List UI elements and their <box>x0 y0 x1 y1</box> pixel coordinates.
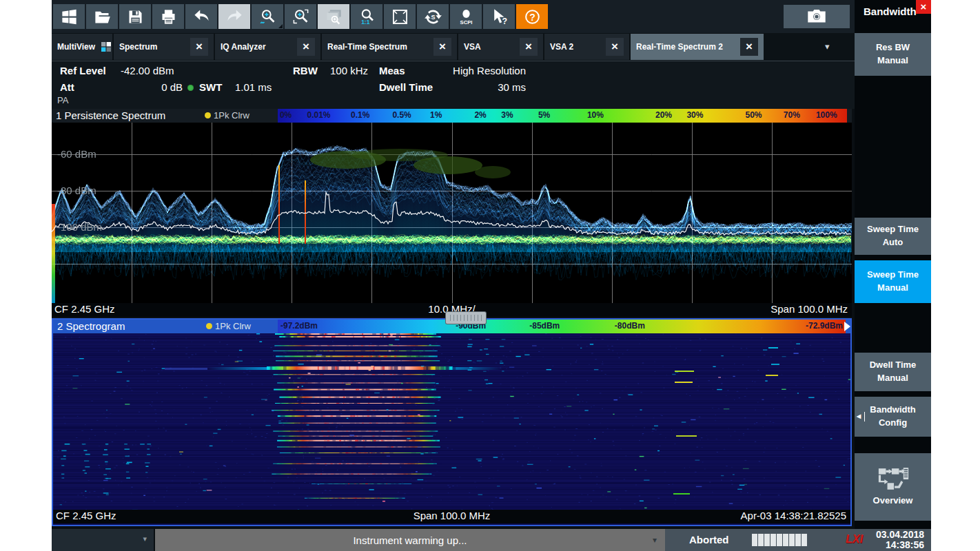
dropdown-caret-icon: ▾ <box>143 534 147 543</box>
status-selector-dropdown[interactable]: ▾ <box>52 529 154 551</box>
softkey-label: Bandwidth Config <box>870 404 915 430</box>
tab-close-button[interactable]: × <box>520 38 538 56</box>
trace-legend-label: 1Pk Clrw <box>215 321 251 331</box>
tab-close-button[interactable]: × <box>606 38 624 56</box>
pa-indicator: PA <box>57 95 68 105</box>
scale-tick-label: 20% <box>655 110 672 120</box>
softkey-bandwidth-config[interactable]: Bandwidth Config <box>855 397 931 437</box>
dwell-time-value[interactable]: 30 ms <box>410 81 526 93</box>
tab-close-button[interactable]: × <box>297 38 315 56</box>
help-button[interactable]: ? <box>516 4 548 29</box>
tab-spectrum[interactable]: Spectrum× <box>114 34 214 60</box>
span-value[interactable]: Span 100.0 MHz <box>414 510 491 521</box>
status-message-bar[interactable]: Instrument warming up... ▾ <box>155 529 665 551</box>
y-axis-label: -100 dBm <box>57 221 102 233</box>
zoom-1to1-button[interactable]: 1:1 <box>351 4 382 29</box>
rbw-label: RBW <box>293 65 318 76</box>
windows-logo-button[interactable] <box>53 4 85 29</box>
span-value[interactable]: Span 100.0 MHz <box>770 303 848 315</box>
save-file-button[interactable] <box>119 4 151 29</box>
persistence-window-titlebar[interactable]: 1 Persistence Spectrum 1Pk Clrw 0%0.01%0… <box>52 109 852 123</box>
tab-multiview[interactable]: MultiView <box>52 34 112 60</box>
progress-segment <box>752 534 757 546</box>
tab-vsa-2[interactable]: VSA 2× <box>544 34 629 60</box>
progress-segment <box>770 534 776 546</box>
spectrogram-color-scale: -97.2dBm-90dBm-85dBm-80dBm-72.9dBm <box>278 320 846 333</box>
undo-button[interactable] <box>185 4 217 29</box>
tab-label: MultiView <box>57 42 95 52</box>
trace-legend[interactable]: 1Pk Clrw <box>206 321 251 331</box>
scale-tick-label: 70% <box>784 110 800 120</box>
zoom-selection-button[interactable] <box>285 4 316 29</box>
progress-segment <box>777 534 782 546</box>
softkey-res-bw-manual[interactable]: Res BW Manual <box>855 33 931 76</box>
collapse-arrow-icon <box>857 412 865 422</box>
trace-legend[interactable]: 1Pk Clrw <box>205 110 249 121</box>
y-axis-label: -80 dBm <box>57 185 96 196</box>
spectrogram-window: 2 Spectrogram 1Pk Clrw -97.2dBm-90dBm-85… <box>52 318 852 526</box>
spectrogram-plot <box>53 333 850 510</box>
tab-close-button[interactable]: × <box>740 38 758 56</box>
scale-tick-label: 1% <box>430 110 442 120</box>
progress-indicator <box>752 534 807 546</box>
zoom-trace-button[interactable] <box>252 4 283 29</box>
scale-end-marker-icon <box>844 322 850 331</box>
progress-segment <box>764 534 770 546</box>
softkey-sweep-time-auto[interactable]: Sweep Time Auto <box>855 218 931 255</box>
open-file-button[interactable] <box>86 4 118 29</box>
instrument-screen: 1:1SSCPI?? ▾ MultiViewSpectrum×IQ Analyz… <box>52 0 931 551</box>
close-panel-button[interactable]: × <box>916 0 931 14</box>
scale-tick-label: 0.01% <box>307 110 330 120</box>
toolbar: 1:1SSCPI?? <box>52 0 855 33</box>
scale-tick-label: -85dBm <box>529 321 560 331</box>
center-frequency-value[interactable]: CF 2.45 GHz <box>54 303 115 315</box>
dropdown-corner-icon <box>278 24 283 28</box>
tab-real-time-spectrum-2[interactable]: Real-Time Spectrum 2× <box>631 34 764 60</box>
svg-text:?: ? <box>529 11 535 22</box>
multiview-grid-icon <box>101 41 112 52</box>
tab-vsa[interactable]: VSA× <box>458 34 543 60</box>
screenshot-camera-button[interactable] <box>784 5 850 28</box>
persistence-spectrum-canvas[interactable] <box>52 123 852 303</box>
svg-text:S: S <box>431 13 435 20</box>
softkey-overview[interactable]: Overview <box>855 453 931 521</box>
tab-overflow-arrow-icon[interactable]: ▾ <box>825 41 830 52</box>
progress-segment <box>795 534 801 546</box>
sync-sweep-button[interactable]: S <box>417 4 449 29</box>
att-label: Att <box>60 81 74 93</box>
spectrogram-canvas[interactable] <box>53 333 850 510</box>
split-layout-button[interactable] <box>384 4 416 29</box>
tab-close-button[interactable]: × <box>433 38 451 56</box>
trace-dot-icon <box>205 112 211 118</box>
sweep-state-label: Aborted <box>689 534 729 545</box>
meas-value[interactable]: High Resolution <box>410 65 526 76</box>
redo-button[interactable] <box>218 4 250 29</box>
print-button[interactable] <box>152 4 184 29</box>
softkey-sweep-time-manual[interactable]: Sweep Time Manual <box>855 260 931 303</box>
scale-tick-label: 2% <box>474 110 486 120</box>
att-value[interactable]: 0 dB <box>114 81 183 93</box>
rbw-value[interactable]: 100 kHz <box>330 65 368 76</box>
spectrogram-footer: CF 2.45 GHz Span 100.0 MHz Apr-03 14:38:… <box>53 510 850 523</box>
status-message: Instrument warming up... <box>353 534 467 546</box>
svg-text:1:1: 1:1 <box>361 19 369 25</box>
scale-tick-label: 3% <box>501 110 513 120</box>
tab-close-button[interactable]: × <box>190 38 208 56</box>
context-help-button[interactable]: ? <box>483 4 515 29</box>
date-time-display: 03.04.2018 14:38:56 <box>876 530 924 550</box>
swt-value[interactable]: 1.01 ms <box>235 81 272 93</box>
softkey-dwell-time-manual[interactable]: Dwell Time Manual <box>855 353 931 391</box>
tab-real-time-spectrum[interactable]: Real-Time Spectrum× <box>322 34 457 60</box>
measurement-settings-bar: Ref Level -42.00 dBm RBW 100 kHz Meas Hi… <box>52 61 855 109</box>
tab-iq-analyzer[interactable]: IQ Analyzer× <box>215 34 320 60</box>
persistence-color-scale: 0%0.01%0.1%0.5%1%2%3%5%10%20%30%50%70%10… <box>278 109 847 123</box>
center-frequency-value[interactable]: CF 2.45 GHz <box>56 510 116 521</box>
ref-level-value[interactable]: -42.00 dBm <box>121 65 174 76</box>
scpi-recorder-button[interactable]: SCPI <box>450 4 482 29</box>
scale-tick-label: 10% <box>587 110 604 120</box>
multi-window-zoom-button[interactable] <box>318 4 349 29</box>
scale-tick-label: 30% <box>686 110 703 120</box>
window-splitter-handle[interactable] <box>446 312 486 324</box>
date-value: 03.04.2018 <box>876 530 924 540</box>
scale-tick-label: 0% <box>280 110 292 120</box>
